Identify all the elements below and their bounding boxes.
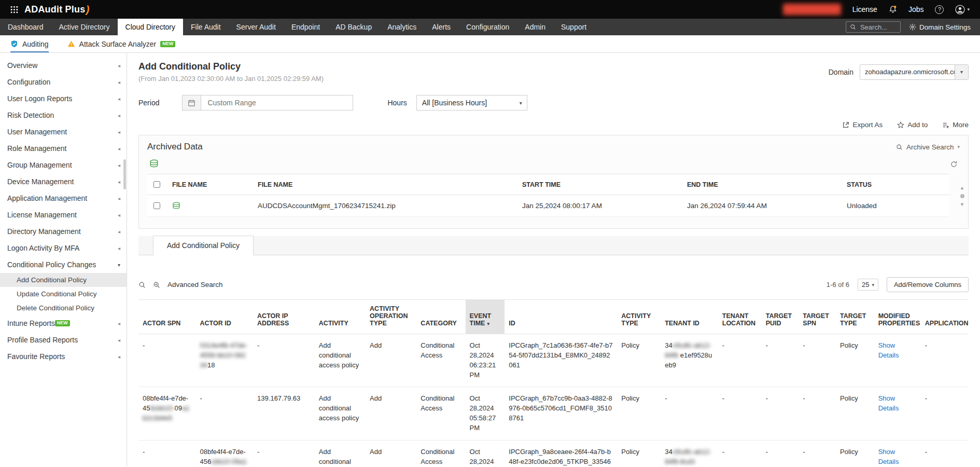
nav-tab-support[interactable]: Support <box>553 19 594 35</box>
row-checkbox[interactable] <box>153 202 160 209</box>
cell-text: 34 <box>665 448 672 456</box>
advanced-search-icon[interactable] <box>153 281 160 289</box>
sidebar-item-overview[interactable]: Overview◂ <box>0 57 127 74</box>
sidebar-scrollbar[interactable] <box>123 159 126 189</box>
chevron-left-icon: ◂ <box>118 129 120 135</box>
sidebar-item-configuration[interactable]: Configuration◂ <box>0 74 127 90</box>
nav-tab-analytics[interactable]: Analytics <box>380 19 424 35</box>
scroll-thumb[interactable] <box>960 194 964 198</box>
sidebar-item-device-management[interactable]: Device Management◂ <box>0 173 127 190</box>
sidebar-item-logon-activity-by-mfa[interactable]: Logon Activity By MFA◂ <box>0 240 127 256</box>
add-to-button[interactable]: Add to <box>897 121 928 129</box>
page-size-select[interactable]: 25 ▾ <box>858 279 878 291</box>
jobs-link[interactable]: Jobs <box>908 5 924 13</box>
show-details-link[interactable]: Show Details <box>878 448 899 465</box>
sidebar-list: Overview◂Configuration◂User Logon Report… <box>0 57 127 365</box>
cell-id: IPCGraph_7c1a0636-f367-4fe7-b754-5f07dd2… <box>505 334 617 387</box>
nav-tab-cloud-directory[interactable]: Cloud Directory <box>118 19 183 35</box>
logo-text: ADAudit Plus <box>24 4 85 15</box>
export-as-button[interactable]: Export As <box>842 121 883 129</box>
search-input[interactable] <box>859 23 897 32</box>
col-header-actor-id[interactable]: ACTOR ID <box>196 300 254 334</box>
sidebar-item-update-conditional-policy[interactable]: Update Conditional Policy <box>0 287 127 301</box>
col-header-modified-properties[interactable]: MODIFIED PROPERTIES <box>874 300 921 334</box>
show-details-link[interactable]: Show Details <box>878 341 899 359</box>
nav-tab-ad-backup[interactable]: AD Backup <box>328 19 380 35</box>
sidebar-item-add-conditional-policy[interactable]: Add Conditional Policy <box>0 273 127 287</box>
col-header-event-time[interactable]: EVENT TIME▾ <box>466 300 505 334</box>
refresh-icon[interactable] <box>950 160 958 168</box>
column-search-icon[interactable] <box>138 281 146 289</box>
app-grid-icon[interactable] <box>10 6 18 13</box>
hours-select[interactable]: All [Business Hours] ▾ <box>416 95 527 111</box>
nav-tab-alerts[interactable]: Alerts <box>424 19 458 35</box>
sidebar-item-directory-management[interactable]: Directory Management◂ <box>0 223 127 240</box>
col-header-target-type[interactable]: TARGET TYPE <box>836 300 874 334</box>
sidebar-item-group-management[interactable]: Group Management◂ <box>0 157 127 173</box>
archived-row: AUDCDSAccountMgmt_1706234715241.zip Jan … <box>147 195 949 217</box>
sidebar-item-intune-reports[interactable]: Intune ReportsNEW◂ <box>0 315 127 332</box>
col-header-id[interactable]: ID <box>505 300 617 334</box>
cell-application: - <box>921 440 969 466</box>
period-field[interactable]: Custom Range <box>182 95 353 111</box>
cell-target-type: Policy <box>836 334 874 387</box>
sidebar-item-profile-based-reports[interactable]: Profile Based Reports◂ <box>0 332 127 348</box>
database-icon <box>149 159 159 169</box>
col-header-actor-spn[interactable]: ACTOR SPN <box>138 300 196 334</box>
license-link[interactable]: License <box>852 5 877 13</box>
col-header-activity-operation-type[interactable]: ACTIVITY OPERATION TYPE <box>366 300 416 334</box>
notifications-bell-icon[interactable] <box>889 5 897 13</box>
nav-tab-configuration[interactable]: Configuration <box>458 19 517 35</box>
domain-settings-button[interactable]: Domain Settings <box>909 23 971 31</box>
show-details-link[interactable]: Show Details <box>878 394 899 412</box>
col-header-tenant-location[interactable]: TENANT LOCATION <box>718 300 762 334</box>
sidebar-item-role-management[interactable]: Role Management◂ <box>0 140 127 157</box>
add-remove-columns-button[interactable]: Add/Remove Columns <box>887 277 969 292</box>
user-menu[interactable]: ▾ <box>955 5 970 15</box>
sidebar-item-user-logon-reports[interactable]: User Logon Reports◂ <box>0 90 127 107</box>
global-search[interactable] <box>846 21 901 33</box>
table-row: -0314e4fb-47de-4556-bb10-0823418-Add con… <box>138 334 969 387</box>
cell-activity-operation-type: Add <box>366 440 416 466</box>
cell-id: IPCGraph_67b7cc9b-0aa3-4882-8976-0b65c57… <box>505 387 617 440</box>
col-header-category[interactable]: CATEGORY <box>416 300 465 334</box>
sidebar-item-license-management[interactable]: License Management◂ <box>0 207 127 223</box>
scroll-down-icon[interactable]: ▼ <box>960 202 964 207</box>
col-header-application[interactable]: APPLICATION <box>921 300 969 334</box>
sidebar-item-risk-detection[interactable]: Risk Detection◂ <box>0 107 127 123</box>
advanced-search-label[interactable]: Advanced Search <box>167 281 223 289</box>
col-header-activity[interactable]: ACTIVITY <box>315 300 366 334</box>
tab-attack-surface-analyzer[interactable]: Attack Surface Analyzer NEW <box>67 35 176 52</box>
cell-actor-spn: 08bfe4f4-e7de-456cbb10-09a1b2c3d4e5 <box>138 387 196 440</box>
help-icon[interactable]: ? <box>935 5 944 14</box>
select-all-checkbox[interactable] <box>153 181 160 188</box>
sidebar-item-label: Update Conditional Policy <box>17 290 97 298</box>
nav-tab-endpoint[interactable]: Endpoint <box>284 19 328 35</box>
sidebar-item-delete-conditional-policy[interactable]: Delete Conditional Policy <box>0 301 127 315</box>
chevron-left-icon: ◂ <box>118 354 120 360</box>
nav-tab-admin[interactable]: Admin <box>517 19 553 35</box>
nav-tab-dashboard[interactable]: Dashboard <box>0 19 51 35</box>
sidebar-item-conditional-policy-changes[interactable]: Conditional Policy Changes▾ <box>0 256 127 273</box>
col-header-activity-type[interactable]: ACTIVITY TYPE <box>617 300 661 334</box>
sidebar-item-user-management[interactable]: User Management◂ <box>0 123 127 140</box>
tab-auditing[interactable]: Auditing <box>10 35 49 52</box>
sidebar-item-favourite-reports[interactable]: Favourite Reports◂ <box>0 348 127 365</box>
domain-select[interactable]: zohoadapazure.onmicrosoft.com ▾ <box>860 64 969 80</box>
col-header-target-puid[interactable]: TARGET PUID <box>762 300 799 334</box>
tab-add-conditional-policy[interactable]: Add Conditional Policy <box>153 236 254 255</box>
archive-search-button[interactable]: Archive Search ▾ <box>896 143 960 151</box>
table-row: 08bfe4f4-e7de-456cbb10-09a1b2c3d4e5-139.… <box>138 387 969 440</box>
col-header-tenant-id[interactable]: TENANT ID <box>661 300 718 334</box>
nav-tab-active-directory[interactable]: Active Directory <box>51 19 118 35</box>
col-header-actor-ip-address[interactable]: ACTOR IP ADDRESS <box>253 300 315 334</box>
sidebar-item-label: Device Management <box>7 177 74 186</box>
more-button[interactable]: More <box>942 121 969 129</box>
nav-tab-file-audit[interactable]: File Audit <box>183 19 229 35</box>
cell-actor-ip-address: 139.167.79.63 <box>253 387 315 440</box>
chevron-down-icon: ▾ <box>957 144 960 149</box>
sidebar-item-application-management[interactable]: Application Management◂ <box>0 190 127 207</box>
nav-tab-server-audit[interactable]: Server Audit <box>229 19 284 35</box>
col-header-target-spn[interactable]: TARGET SPN <box>799 300 836 334</box>
scroll-up-icon[interactable]: ▲ <box>960 185 964 190</box>
